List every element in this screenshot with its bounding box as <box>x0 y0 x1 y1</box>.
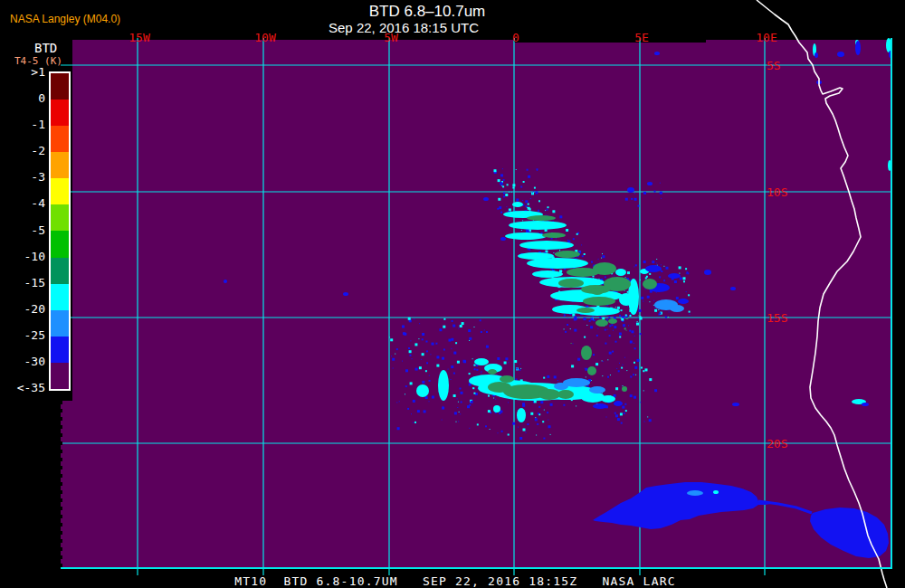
colorbar-tick-label: -15 <box>4 276 45 289</box>
colorbar-segment <box>51 204 69 231</box>
status-bar: MT10 BTD 6.8-10.7UM SEP 22, 2016 18:15Z … <box>234 574 675 588</box>
colorbar-tick-label: -1 <box>4 118 45 131</box>
colorbar-tick-label: -5 <box>4 223 45 237</box>
colorbar-segment <box>51 258 69 284</box>
colorbar-tick-label: >1 <box>4 65 45 79</box>
longitude-label: 0 <box>512 31 519 44</box>
longitude-label: 10W <box>254 31 275 44</box>
colorbar-segment <box>51 100 69 126</box>
longitude-label: 5W <box>384 31 398 44</box>
longitude-label: 15W <box>129 31 149 44</box>
colorbar-segment <box>51 231 69 257</box>
colorbar-tick-label: -10 <box>4 250 45 263</box>
credit-label: NASA Langley (M04.0) <box>10 13 120 25</box>
colorbar-segment <box>51 284 69 310</box>
longitude-label: 10E <box>756 31 776 44</box>
colorbar-tick-label: 0 <box>4 91 45 105</box>
satellite-image-viewer: NASA Langley (M04.0) BTD 6.8–10.7um Sep … <box>0 0 905 588</box>
colorbar-tick-label: -30 <box>4 355 45 368</box>
colorbar-tick-label: -2 <box>4 144 45 157</box>
colorbar-segment <box>51 310 69 337</box>
latitude-label: 10S <box>767 185 787 199</box>
colorbar-tick-label: -25 <box>4 328 45 342</box>
latitude-label: 5S <box>767 59 781 72</box>
colorbar-tick-label: -3 <box>4 170 45 184</box>
colorbar-segment <box>51 73 69 100</box>
colorbar-segment <box>51 126 69 152</box>
latitude-label: 20S <box>767 437 787 450</box>
map-canvas <box>0 0 905 588</box>
colorbar <box>49 71 71 391</box>
colorbar-tick-label: -20 <box>4 302 45 316</box>
latitude-label: 15S <box>767 311 787 325</box>
longitude-label: 5E <box>634 31 649 44</box>
colorbar-segment <box>51 337 69 363</box>
colorbar-segment <box>51 178 69 204</box>
page-title: BTD 6.8–10.7um <box>369 3 486 21</box>
colorbar-segment <box>51 152 69 178</box>
page-subtitle: Sep 22, 2016 18:15 UTC <box>329 20 479 35</box>
colorbar-segment <box>51 363 69 389</box>
colorbar-tick-label: -4 <box>4 196 45 210</box>
colorbar-title: BTD <box>34 41 57 55</box>
colorbar-tick-label: <-35 <box>4 381 45 394</box>
